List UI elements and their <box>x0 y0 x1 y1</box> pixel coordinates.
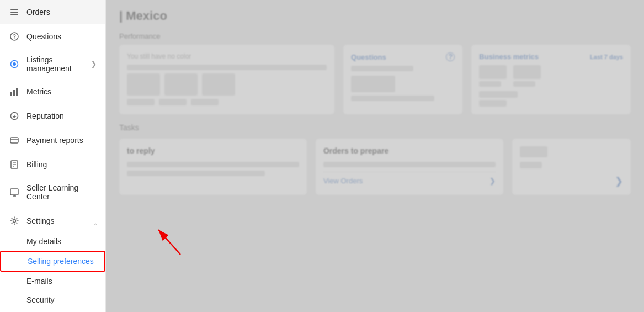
svg-rect-12 <box>10 138 18 143</box>
settings-chevron: ‸ <box>94 217 97 225</box>
sidebar-item-metrics[interactable]: Metrics <box>0 80 105 104</box>
main-content: | Mexico Performance You still have no c… <box>106 0 644 312</box>
svg-point-5 <box>13 62 16 66</box>
sidebar-item-billing[interactable]: Billing <box>0 152 105 177</box>
question-icon: ? <box>9 31 20 42</box>
sidebar-sub-item-emails[interactable]: E-mails <box>0 272 105 290</box>
payment-icon <box>9 135 20 146</box>
settings-header[interactable]: Settings ‸ <box>0 210 105 232</box>
listings-label: Listings management <box>26 55 91 73</box>
metrics-icon <box>9 86 20 97</box>
billing-label: Billing <box>26 160 97 169</box>
sidebar-item-questions[interactable]: ? Questions <box>0 24 105 49</box>
payment-reports-label: Payment reports <box>26 136 97 145</box>
sidebar-sub-item-security[interactable]: Security <box>0 290 105 309</box>
learning-icon <box>9 187 20 198</box>
questions-label: Questions <box>26 32 97 41</box>
listings-icon <box>9 59 20 70</box>
listings-chevron: ❯ <box>91 60 97 68</box>
svg-rect-18 <box>10 189 18 195</box>
sidebar-sub-item-my-details[interactable]: My details <box>0 232 105 251</box>
reputation-icon: ★ <box>9 110 20 121</box>
settings-label: Settings <box>26 216 55 225</box>
settings-group: Settings ‸ My details Selling preference… <box>0 210 105 309</box>
sidebar-item-listings[interactable]: Listings management ❯ <box>0 49 105 80</box>
sidebar-sub-item-selling-preferences[interactable]: Selling preferences <box>0 251 105 272</box>
settings-icon <box>9 215 20 226</box>
svg-text:?: ? <box>13 34 16 40</box>
sidebar: Orders ? Questions Listings management ❯… <box>0 0 106 312</box>
svg-rect-2 <box>10 14 18 15</box>
orders-label: Orders <box>26 8 97 17</box>
billing-icon <box>9 159 20 170</box>
sidebar-item-seller-learning[interactable]: Seller Learning Center <box>0 177 105 208</box>
svg-rect-9 <box>16 88 18 96</box>
sidebar-item-orders[interactable]: Orders <box>0 0 105 24</box>
seller-learning-label: Seller Learning Center <box>26 183 97 201</box>
svg-point-21 <box>13 220 16 223</box>
svg-rect-8 <box>13 90 15 96</box>
svg-rect-1 <box>10 12 18 13</box>
my-details-label: My details <box>26 237 61 246</box>
svg-text:★: ★ <box>12 114 17 119</box>
list-icon <box>9 7 20 18</box>
sidebar-item-payment-reports[interactable]: Payment reports <box>0 128 105 152</box>
sidebar-item-reputation[interactable]: ★ Reputation <box>0 104 105 128</box>
reputation-label: Reputation <box>26 112 97 120</box>
emails-label: E-mails <box>26 277 52 285</box>
svg-rect-0 <box>10 9 18 10</box>
main-overlay <box>106 0 644 312</box>
security-label: Security <box>26 295 55 304</box>
svg-rect-7 <box>10 92 12 96</box>
selling-preferences-label: Selling preferences <box>28 257 94 266</box>
metrics-label: Metrics <box>26 87 97 96</box>
